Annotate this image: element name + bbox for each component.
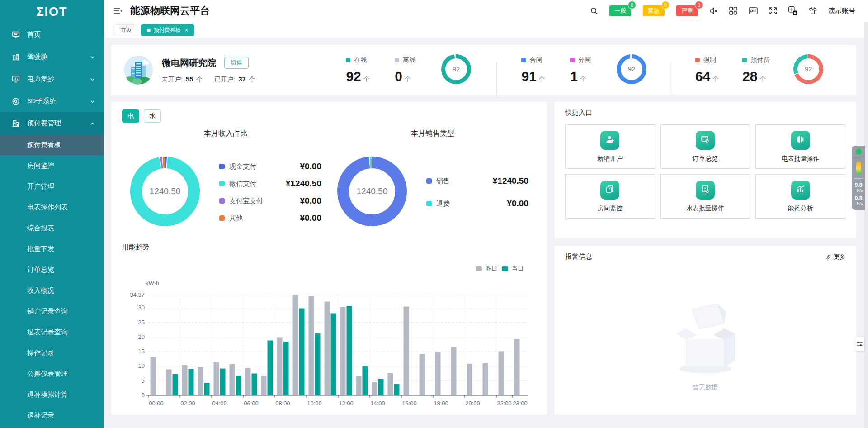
stat-unit: 个 bbox=[760, 75, 766, 82]
sidebar-item-3[interactable]: 3D子系统 bbox=[0, 90, 104, 112]
sidebar-subitem[interactable]: 退补记录 bbox=[0, 405, 104, 426]
legend-name: 微信支付 bbox=[229, 180, 256, 188]
legend-row: 退费¥0.00 bbox=[426, 192, 528, 215]
sidebar-item-2[interactable]: 电力集抄 bbox=[0, 68, 104, 90]
bar-yesterday bbox=[356, 376, 362, 395]
breadcrumb-tab[interactable]: 首页 bbox=[115, 24, 137, 36]
income_pie: 本月收入占比1240.50现金支付¥0.00微信支付¥1240.50支付宝支付¥… bbox=[122, 129, 329, 233]
sidebar-item-1[interactable]: 驾驶舱 bbox=[0, 46, 104, 68]
stat-label-row: 预付费 bbox=[742, 56, 769, 64]
donut-chart: 92 bbox=[793, 54, 824, 85]
bar-yesterday bbox=[340, 307, 346, 395]
alarm-panel: 报警信息 更多 bbox=[554, 246, 856, 415]
org-counts: 未开户: 55 个已开户: 37 个 bbox=[162, 75, 255, 84]
quick-tile bbox=[791, 181, 810, 200]
electric-meter-batch-icon bbox=[796, 134, 806, 146]
badge-count: 0 bbox=[661, 1, 670, 9]
svg-text:18:00: 18:00 bbox=[434, 400, 448, 407]
quick-entry-grid: 新增开户订单总览电表批量操作房间监控水表批量操作能耗分析 bbox=[565, 124, 845, 219]
apps-grid-icon[interactable] bbox=[729, 6, 738, 15]
quick-entry-能耗分析[interactable]: 能耗分析 bbox=[755, 174, 845, 219]
stat-label: 强制 bbox=[703, 56, 716, 64]
sidebar-subitem[interactable]: 退表记录查询 bbox=[0, 322, 104, 342]
sidebar-item-0[interactable]: 首页 bbox=[0, 24, 104, 46]
theme-shirt-icon[interactable] bbox=[808, 6, 817, 15]
bar-yesterday bbox=[483, 363, 488, 395]
stat-unit: 个 bbox=[539, 75, 545, 82]
room-monitor-icon bbox=[605, 184, 615, 196]
sidebar-subitem[interactable]: 公摊仪表管理 bbox=[0, 363, 104, 384]
bar-today bbox=[283, 342, 289, 395]
bar-yesterday bbox=[451, 347, 457, 395]
sidebar-subitem[interactable]: 开户管理 bbox=[0, 176, 104, 197]
legend-bullet-icon bbox=[426, 201, 432, 206]
legend-row: 微信支付¥1240.50 bbox=[219, 175, 321, 192]
bar-yesterday bbox=[261, 376, 267, 395]
network-speed-widget[interactable]: 9.8 ↑K/s 0.8 ↓K/s bbox=[852, 146, 865, 210]
page-scrollbar[interactable] bbox=[864, 22, 868, 428]
sidebar-item-label: 首页 bbox=[27, 30, 96, 39]
side-settings-handle[interactable] bbox=[854, 337, 864, 351]
quick-entry-水表批量操作[interactable]: 水表批量操作 bbox=[660, 174, 750, 219]
topbar-actions: 一般0紧急0严重0 中A 演示账号 bbox=[590, 5, 855, 16]
account-name[interactable]: 演示账号 bbox=[828, 7, 855, 15]
sidebar-subitem[interactable]: 批量下发 bbox=[0, 238, 104, 259]
sidebar-subitem[interactable]: 操作记录 bbox=[0, 342, 104, 363]
alarm-badge[interactable]: 紧急0 bbox=[643, 5, 665, 16]
org-avatar bbox=[124, 56, 153, 85]
sidebar-subitem[interactable]: 综合报表 bbox=[0, 218, 104, 238]
language-icon[interactable]: 中A bbox=[788, 6, 797, 15]
sidebar-subitem[interactable]: 收入概况 bbox=[0, 280, 104, 301]
collapse-menu-icon[interactable] bbox=[113, 6, 123, 16]
svg-text:06:00: 06:00 bbox=[244, 400, 259, 407]
quick-entry-订单总览[interactable]: 订单总览 bbox=[660, 124, 750, 169]
close-tab-icon[interactable]: × bbox=[185, 27, 188, 33]
legend-value: ¥1240.50 bbox=[286, 179, 321, 189]
stat-分闸: 分闸1个 bbox=[570, 56, 591, 84]
status-dot-icon bbox=[856, 149, 862, 155]
sidebar-subitem[interactable]: 订单总览 bbox=[0, 259, 104, 280]
stat-强制: 强制64个 bbox=[695, 56, 719, 84]
quick-entry-新增开户[interactable]: 新增开户 bbox=[565, 124, 655, 169]
pie-legend: 销售¥1240.50退费¥0.00 bbox=[426, 170, 528, 215]
sidebar-subitem[interactable]: 房间监控 bbox=[0, 155, 104, 176]
search-icon[interactable] bbox=[590, 6, 599, 15]
sidebar-item-4[interactable]: 预付费管理 bbox=[0, 112, 104, 134]
sidebar-subitem[interactable]: 电表操作列表 bbox=[0, 197, 104, 218]
tab-label: 首页 bbox=[121, 26, 132, 34]
bar-today bbox=[363, 366, 368, 395]
alarm-more-link[interactable]: 更多 bbox=[825, 253, 845, 261]
dashboard-monitor-icon[interactable] bbox=[749, 6, 758, 15]
prepaid-icon bbox=[12, 119, 21, 128]
quick-entry-label: 订单总览 bbox=[693, 155, 718, 163]
sidebar-subitem[interactable]: 预付费看板 bbox=[0, 134, 104, 155]
mute-icon[interactable] bbox=[709, 6, 718, 15]
stat-label: 分闸 bbox=[578, 56, 591, 64]
bar-yesterday bbox=[214, 362, 219, 395]
energy-tab-水[interactable]: 水 bbox=[144, 109, 161, 123]
bar-yesterday bbox=[309, 296, 314, 395]
sales_pie: 本月销售类型1240.50销售¥1240.50退费¥0.00 bbox=[329, 129, 536, 233]
stat-unit: 个 bbox=[712, 75, 719, 82]
stat-unit: 个 bbox=[580, 75, 586, 82]
badge-count: 0 bbox=[628, 1, 636, 9]
donut-chart: 92 bbox=[616, 54, 647, 85]
switch-org-button[interactable]: 切换 bbox=[224, 57, 249, 69]
overview-card: 微电网研究院 切换 未开户: 55 个已开户: 37 个 在线92个离线0个92… bbox=[111, 45, 856, 95]
legend-name: 其他 bbox=[229, 214, 243, 223]
sidebar-subitem[interactable]: 退补模拟计算 bbox=[0, 384, 104, 405]
svg-text:20: 20 bbox=[138, 333, 145, 340]
quick-entry-电表批量操作[interactable]: 电表批量操作 bbox=[755, 124, 845, 169]
breadcrumb-tab[interactable]: 预付费看板× bbox=[141, 24, 194, 36]
alarm-badge[interactable]: 严重0 bbox=[676, 5, 698, 16]
alarm-badge[interactable]: 一般0 bbox=[609, 5, 631, 16]
donut-center-label: 92 bbox=[452, 65, 460, 73]
quick-entry-label: 房间监控 bbox=[597, 204, 623, 213]
pie-body: 1240.50销售¥1240.50退费¥0.00 bbox=[329, 152, 536, 233]
bar-yesterday bbox=[182, 365, 188, 395]
sidebar-subitem[interactable]: 销户记录查询 bbox=[0, 301, 104, 322]
quick-entry-房间监控[interactable]: 房间监控 bbox=[565, 174, 655, 219]
fullscreen-icon[interactable] bbox=[769, 6, 778, 15]
quick-entry-label: 新增开户 bbox=[597, 155, 623, 163]
energy-tab-电[interactable]: 电 bbox=[122, 109, 139, 123]
